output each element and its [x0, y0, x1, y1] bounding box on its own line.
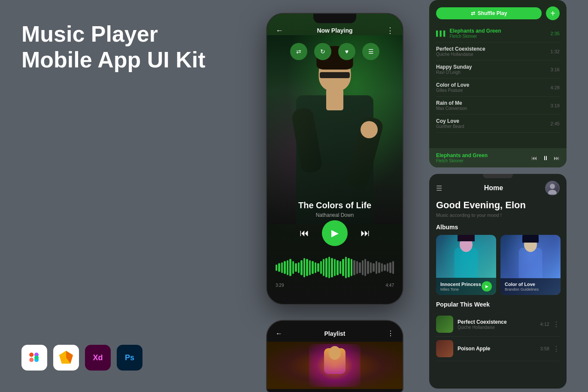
album-card-2[interactable]: Color of Love Brandon Guidelines [500, 235, 561, 295]
page-title: Music Player Mobile App UI Kit [21, 21, 215, 73]
queue-item-title: Happy Sunday [436, 64, 551, 70]
phone-now-playing: ← Now Playing ⋮ ⇄ ↻ ♥ ☰ The Colors of Li… [266, 13, 403, 305]
album-card-1[interactable]: Innocent Princess Miles Tone ▶ [436, 235, 496, 295]
popular-more-1[interactable]: ⋮ [553, 320, 560, 328]
queue-panel: ⇄ Shuffle Play + ▌▌▌ Elephants and Green… [429, 0, 567, 167]
title-area: Music Player Mobile App UI Kit [21, 21, 215, 73]
mini-pause-button[interactable]: ⏸ [543, 155, 549, 161]
queue-item-info: Elephants and Green Fletch Skinner [450, 28, 551, 39]
playback-controls: ⏮ ▶ ⏭ [267, 220, 403, 246]
shuffle-button[interactable]: ⇄ [290, 43, 307, 60]
popular-info-2: Poison Apple [458, 346, 540, 352]
play-button[interactable]: ▶ [322, 220, 348, 246]
song-artist: Nathaneal Down [267, 212, 403, 218]
album-text-2: Color of Love Brandon Guidelines [505, 282, 539, 292]
playlist-more-icon[interactable]: ⋮ [387, 329, 394, 337]
list-button[interactable]: ☰ [362, 43, 379, 60]
album-name-1: Innocent Princess [440, 282, 481, 287]
queue-item-artist: Günther Beard [436, 124, 551, 129]
popular-thumb-1 [436, 316, 453, 333]
popular-section: Perfect Coexistence Quiche Hollandaise 4… [429, 312, 567, 361]
queue-item-time: 3:16 [551, 67, 560, 72]
popular-item-2[interactable]: Poison Apple 3:58 ⋮ [436, 337, 560, 361]
popular-item-1[interactable]: Perfect Coexistence Quiche Hollandaise 4… [436, 312, 560, 337]
home-greeting: Good Evening, Elon [429, 200, 567, 213]
avatar-inner [546, 182, 559, 194]
mini-player-controls: ⏮ ⏸ ⏭ [531, 155, 560, 161]
queue-item-title: Rain of Me [436, 100, 551, 106]
queue-item[interactable]: ▌▌▌ Elephants and Green Fletch Skinner 2… [436, 24, 560, 43]
queue-item-title: Perfect Coexistence [436, 46, 551, 52]
queue-item[interactable]: Rain of Me Max Conversion 3:19 [436, 97, 560, 115]
queue-item-artist: Max Conversion [436, 106, 551, 111]
popular-duration-1: 4:12 [540, 322, 549, 327]
prev-button[interactable]: ⏮ [300, 228, 309, 239]
song-info: The Colors of Life Nathaneal Down [267, 201, 403, 218]
queue-item-artist: Ravi O'Leigh [436, 70, 551, 75]
queue-item[interactable]: Perfect Coexistence Quiche Hollandaise 1… [436, 43, 560, 61]
queue-item[interactable]: Happy Sunday Ravi O'Leigh 3:16 [436, 61, 560, 79]
shuffle-icon: ⇄ [471, 10, 475, 16]
album-play-1[interactable]: ▶ [482, 281, 492, 292]
popular-more-2[interactable]: ⋮ [553, 345, 560, 353]
shuffle-play-button[interactable]: ⇄ Shuffle Play [436, 7, 542, 19]
add-song-button[interactable]: + [546, 6, 560, 20]
bars-icon: ▌▌▌ [436, 30, 447, 36]
queue-item-artist: Quiche Hollandaise [436, 52, 551, 57]
svg-point-11 [550, 184, 555, 189]
ps-icon: Ps [117, 345, 142, 371]
popular-title-1: Perfect Coexistence [458, 319, 540, 325]
time-total: 4:47 [386, 283, 394, 288]
queue-item-time: 1:32 [551, 49, 560, 54]
playlist-header: ← Playlist ⋮ [267, 321, 403, 342]
repeat-button[interactable]: ↻ [314, 43, 331, 60]
mini-prev-button[interactable]: ⏮ [531, 155, 537, 161]
svg-point-4 [34, 356, 39, 360]
hamburger-menu[interactable]: ☰ [436, 184, 442, 192]
svg-point-12 [548, 190, 557, 194]
home-panel: ☰ Home Good Evening, Elon Music accordin… [429, 174, 567, 389]
phone-notch [313, 14, 356, 23]
popular-section-title: Popular This Week [429, 301, 567, 312]
home-title: Home [484, 184, 503, 192]
popular-artist-1: Quiche Hollandaise [458, 325, 540, 330]
queue-item[interactable]: Coy Love Günther Beard 2:45 [436, 115, 560, 133]
now-playing-top-controls: ⇄ ↻ ♥ ☰ [267, 43, 403, 60]
queue-item-title: Coy Love [436, 118, 551, 124]
sketch-icon [53, 345, 79, 371]
svg-rect-1 [29, 358, 33, 362]
playlist-back-icon[interactable]: ← [276, 330, 282, 337]
svg-rect-0 [29, 352, 33, 357]
playlist-title: Playlist [324, 330, 345, 337]
mini-player-title: Elephants and Green [436, 152, 531, 158]
heart-button[interactable]: ♥ [338, 43, 355, 60]
figma-icon [21, 345, 47, 371]
albums-section-title: Albums [429, 224, 567, 235]
queue-item-info: Happy Sunday Ravi O'Leigh [436, 64, 551, 75]
next-button[interactable]: ⏭ [361, 228, 370, 239]
queue-item-artist: Fletch Skinner [450, 34, 551, 39]
mini-next-button[interactable]: ⏭ [554, 155, 560, 161]
title-line2: Mobile App UI Kit [21, 47, 205, 72]
more-icon[interactable]: ⋮ [386, 26, 394, 35]
album-text-1: Innocent Princess Miles Tone [440, 282, 481, 292]
now-playing-title: Now Playing [317, 27, 352, 34]
queue-item[interactable]: Color of Love Gilles Posture 4:28 [436, 79, 560, 97]
album-name-2: Color of Love [505, 282, 539, 287]
user-avatar[interactable] [545, 181, 560, 195]
playlist-content [267, 342, 403, 389]
song-title: The Colors of Life [267, 201, 403, 210]
album-info-2: Color of Love Brandon Guidelines [500, 278, 561, 295]
queue-item-info: Perfect Coexistence Quiche Hollandaise [436, 46, 551, 57]
mini-player-info: Elephants and Green Fletch Skinner [436, 152, 531, 163]
home-panel-notch [483, 174, 513, 178]
phone-playlist: ← Playlist ⋮ [266, 320, 403, 392]
back-icon[interactable]: ← [276, 26, 283, 35]
popular-title-2: Poison Apple [458, 346, 540, 352]
queue-item-time: 4:28 [551, 85, 560, 90]
queue-item-time: 2:45 [551, 121, 560, 126]
queue-top-bar: ⇄ Shuffle Play + [429, 4, 567, 24]
albums-row: Innocent Princess Miles Tone ▶ Color of … [429, 235, 567, 301]
queue-item-time: 2:35 [551, 31, 560, 36]
queue-item-artist: Gilles Posture [436, 88, 551, 93]
